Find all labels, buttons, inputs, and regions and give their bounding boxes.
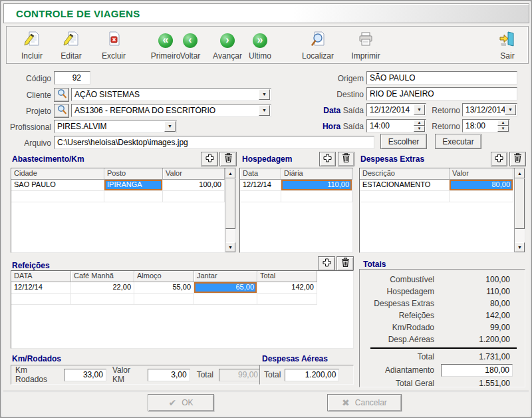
hora-retorno-spinedit[interactable]: 18:00 ▲▼ bbox=[462, 119, 510, 132]
cancelar-button[interactable]: ✖Cancelar bbox=[327, 394, 402, 411]
data-retorno-combo[interactable]: 13/12/2014▼ bbox=[462, 103, 517, 116]
hora-saida-spinedit[interactable]: 14:00 ▲▼ bbox=[366, 119, 426, 132]
origem-input[interactable]: SÃO PAULO bbox=[366, 71, 517, 85]
total-line: Desp.Aéreas1.200,00 bbox=[360, 333, 525, 345]
table-header-row: Cidade Posto Valor bbox=[11, 168, 235, 180]
despesas-extras-table: Descrição Valor ESTACIONAMENTO 80,00 ▲ ▼ bbox=[359, 168, 525, 253]
total-line: Total Geral1.551,00 bbox=[360, 377, 525, 389]
data-saida-label: Data Saída bbox=[294, 106, 364, 115]
footer-divider bbox=[3, 391, 529, 392]
refeicoes-table: DATA Café Manhã Almoço Jantar Total 12/1… bbox=[11, 270, 354, 349]
new-document-icon bbox=[23, 30, 41, 48]
trash-icon bbox=[340, 257, 350, 270]
valor-km-label: Valor KM bbox=[112, 365, 144, 384]
selected-cell[interactable]: 80,00 bbox=[450, 180, 513, 191]
projeto-label: Projeto bbox=[7, 106, 51, 116]
scrollbar-thumb[interactable] bbox=[515, 178, 525, 229]
hospedagem-delete-button[interactable] bbox=[338, 152, 354, 166]
plus-icon bbox=[205, 153, 215, 166]
incluir-button[interactable]: Incluir bbox=[11, 30, 53, 61]
profissional-combo[interactable]: PIRES.ALVIM▼ bbox=[54, 120, 177, 133]
magnifier-icon bbox=[57, 89, 67, 102]
adiantamento-input[interactable]: 180,00 bbox=[441, 364, 513, 377]
selected-cell[interactable]: 110,00 bbox=[281, 180, 352, 191]
ultimo-button[interactable]: » Ultimo bbox=[241, 30, 279, 61]
data-saida-combo[interactable]: 12/12/2014▼ bbox=[366, 103, 426, 116]
total-line: Km/Rodado99,00 bbox=[360, 321, 525, 333]
trash-icon bbox=[223, 152, 233, 166]
chevron-down-icon[interactable]: ▼ bbox=[414, 104, 425, 115]
spin-down-icon: ▼ bbox=[497, 126, 509, 132]
adiantamento-line: Adiantamento 180,00 bbox=[360, 363, 525, 377]
abastecimento-delete-button[interactable] bbox=[219, 152, 237, 166]
km-total-input: 99,00 bbox=[219, 369, 261, 381]
chevron-down-icon[interactable]: ▼ bbox=[259, 89, 270, 100]
km-rodados-title: Km/Rodados bbox=[12, 354, 61, 363]
vertical-scrollbar[interactable]: ▲ ▼ bbox=[514, 168, 525, 252]
executar-button[interactable]: Executar bbox=[435, 134, 481, 149]
destino-input[interactable]: RIO DE JANEIRO bbox=[366, 87, 517, 101]
despesas-extras-delete-button[interactable] bbox=[509, 152, 526, 166]
refeicoes-add-button[interactable] bbox=[318, 256, 335, 271]
table-row: ESTACIONAMENTO 80,00 bbox=[360, 180, 525, 191]
last-record-icon: » bbox=[253, 30, 267, 48]
table-header-row: Data Diária bbox=[240, 168, 352, 180]
aereas-total-input[interactable]: 1.200,00 bbox=[285, 369, 339, 381]
km-rodados-panel: Km Rodados 33,00 Valor KM 3,00 Total 99,… bbox=[11, 365, 262, 385]
table-row-empty bbox=[360, 191, 525, 202]
refeicoes-title: Refeições bbox=[12, 261, 50, 270]
spinner-buttons[interactable]: ▲▼ bbox=[414, 120, 425, 132]
codigo-label: Código bbox=[7, 74, 51, 83]
projeto-combo[interactable]: AS1306 - REFORMA DO ESCRITÓRIO▼ bbox=[71, 104, 271, 117]
app-window: CONTROLE DE VIAGENS Incluir Editar Exclu… bbox=[0, 0, 532, 418]
selected-cell[interactable]: 65,00 bbox=[194, 282, 257, 294]
cliente-lookup-button[interactable] bbox=[54, 88, 69, 102]
scroll-down-icon[interactable]: ▼ bbox=[225, 242, 235, 252]
x-icon: ✖ bbox=[342, 397, 350, 408]
valor-km-input[interactable]: 3,00 bbox=[148, 369, 190, 381]
totals-divider bbox=[370, 347, 517, 349]
window-title: CONTROLE DE VIAGENS bbox=[16, 8, 140, 19]
cliente-combo[interactable]: AÇÃO SISTEMAS▼ bbox=[71, 88, 271, 101]
search-icon bbox=[309, 30, 327, 48]
despesas-aereas-panel: Total 1.200,00 bbox=[259, 365, 354, 385]
print-icon bbox=[357, 30, 374, 48]
ok-button[interactable]: ✔OK bbox=[148, 394, 214, 411]
destino-label: Destino bbox=[307, 90, 364, 99]
chevron-down-icon[interactable]: ▼ bbox=[164, 121, 176, 132]
km-rodados-input[interactable]: 33,00 bbox=[64, 369, 106, 381]
editar-button[interactable]: Editar bbox=[51, 30, 91, 61]
sair-button[interactable]: Sair bbox=[491, 30, 524, 61]
refeicoes-delete-button[interactable] bbox=[336, 256, 354, 271]
projeto-lookup-button[interactable] bbox=[54, 104, 69, 118]
table-row: 12/12/14 22,00 55,00 65,00 142,00 bbox=[11, 282, 353, 294]
chevron-down-icon[interactable]: ▼ bbox=[259, 105, 270, 116]
vertical-scrollbar[interactable]: ▲ ▼ bbox=[225, 168, 235, 252]
hospedagem-add-button[interactable] bbox=[319, 152, 336, 166]
abastecimento-add-button[interactable] bbox=[201, 152, 218, 166]
arquivo-input[interactable]: C:\Users\heloisa\Desktop\images.jpg bbox=[54, 136, 374, 149]
codigo-input[interactable]: 92 bbox=[54, 71, 90, 85]
scrollbar-thumb[interactable] bbox=[225, 178, 235, 229]
scroll-down-icon[interactable]: ▼ bbox=[515, 242, 525, 252]
plus-icon bbox=[494, 153, 504, 166]
chevron-down-icon[interactable]: ▼ bbox=[505, 104, 516, 115]
imprimir-button[interactable]: Imprimir bbox=[344, 30, 388, 61]
scroll-up-icon[interactable]: ▲ bbox=[225, 168, 235, 178]
selected-cell[interactable]: IPIRANGA bbox=[104, 180, 163, 191]
excluir-button[interactable]: Excluir bbox=[92, 30, 135, 61]
spinner-buttons[interactable]: ▲▼ bbox=[497, 120, 509, 132]
exit-door-icon bbox=[499, 30, 516, 48]
plus-icon bbox=[323, 153, 332, 166]
arquivo-label: Arquivo bbox=[7, 138, 51, 148]
escolher-button[interactable]: Escolher bbox=[380, 134, 427, 149]
scroll-up-icon[interactable]: ▲ bbox=[515, 168, 525, 178]
next-record-icon: › bbox=[220, 30, 235, 48]
despesas-extras-add-button[interactable] bbox=[491, 152, 507, 166]
abastecimento-title: Abastecimento/Km bbox=[12, 154, 84, 164]
origem-label: Origem bbox=[307, 74, 364, 83]
voltar-button[interactable]: ‹ Voltar bbox=[174, 30, 207, 61]
total-line: Hospedagem110,00 bbox=[360, 286, 525, 298]
totais-panel: Combustível100,00 Hospedagem110,00 Despe… bbox=[359, 269, 525, 387]
localizar-button[interactable]: Localizar bbox=[295, 30, 341, 61]
